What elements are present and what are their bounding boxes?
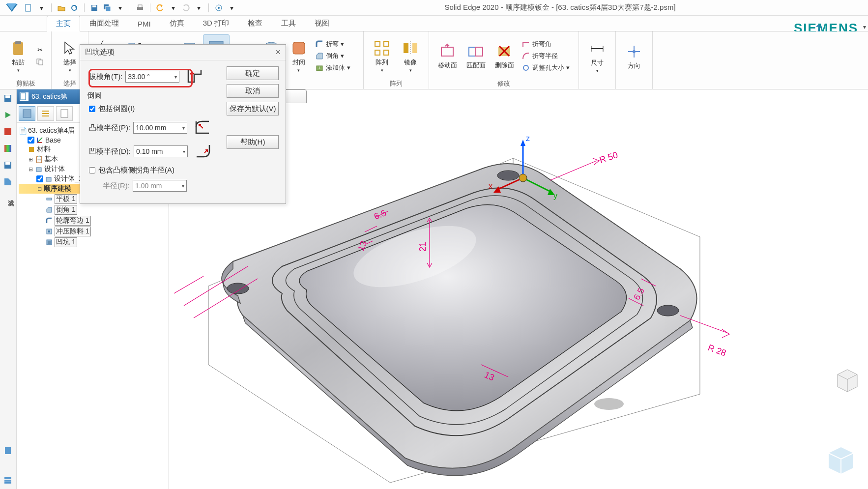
tab-tools[interactable]: 工具 <box>272 15 305 31</box>
tree-contour-flange[interactable]: 轮廓弯边 1 <box>19 215 167 226</box>
select-button[interactable]: 选择▾ <box>57 34 83 78</box>
tree-chamfer[interactable]: 倒角 1 <box>19 204 167 215</box>
svg-rect-68 <box>29 147 34 152</box>
qat-dropdown-icon[interactable]: ▾ <box>36 3 46 13</box>
match-face-button[interactable]: 匹配面 <box>463 34 489 78</box>
qat-new-icon[interactable] <box>24 3 33 13</box>
svg-point-43 <box>523 65 528 70</box>
dialog-savedefault-button[interactable]: 保存为默认(V) <box>227 102 279 115</box>
draft-angle-combo[interactable]: 33.00 °▾ <box>125 71 179 83</box>
tab-simulation[interactable]: 仿真 <box>160 15 194 31</box>
tab-view[interactable]: 视图 <box>305 15 339 31</box>
expand-icon[interactable]: ⊞ <box>28 156 33 163</box>
qat-dropdown-icon[interactable]: ▾ <box>115 3 125 13</box>
dialog-close-button[interactable]: × <box>275 47 281 58</box>
dialog-ok-button[interactable]: 确定 <box>227 66 279 80</box>
ribbon-group-orient: 方向 <box>616 31 653 89</box>
app-menu-icon[interactable] <box>4 0 20 16</box>
svg-rect-73 <box>48 230 50 232</box>
chamfer-button[interactable]: 倒角 ▾ <box>313 51 357 61</box>
tree-view-cube-icon[interactable] <box>19 106 35 121</box>
svg-text:z: z <box>526 134 530 143</box>
tab-pmi[interactable]: PMI <box>128 16 160 31</box>
sidebar-tag-icon[interactable] <box>1 175 15 189</box>
qat-redo-icon[interactable] <box>181 3 191 13</box>
sidebar-play-icon[interactable] <box>1 108 15 122</box>
die-radius-combo[interactable]: 0.10 mm▾ <box>134 145 188 157</box>
dialog-help-button[interactable]: 帮助(H) <box>227 135 279 149</box>
tree-view-sheet-icon[interactable] <box>56 106 73 121</box>
svg-text:y: y <box>553 192 557 200</box>
bend-button[interactable]: 折弯 ▾ <box>313 39 357 50</box>
quick-access-toolbar: ▾ ▾ ▾ ▾ ▾ <box>24 3 236 13</box>
move-face-button[interactable]: 移动面 <box>434 34 461 78</box>
delete-face-button[interactable]: 删除面 <box>491 34 518 78</box>
tab-surface[interactable]: 曲面处理 <box>80 15 128 31</box>
svg-rect-60 <box>23 110 31 117</box>
tree-punch[interactable]: 冲压除料 1 <box>19 226 167 237</box>
collapse-icon[interactable]: ⊟ <box>36 186 42 192</box>
mirror-button[interactable]: 镜像▾ <box>397 34 424 78</box>
bend-radius-button[interactable]: 折弯半径 <box>520 51 574 61</box>
copy-button[interactable] <box>33 57 46 67</box>
svg-rect-49 <box>5 95 10 98</box>
sidebar-gradient-icon[interactable] <box>1 142 15 155</box>
qat-touch-icon[interactable] <box>214 3 224 13</box>
view-cube[interactable] <box>833 365 862 394</box>
bend-angle-button[interactable]: 折弯角 <box>520 39 574 50</box>
resize-hole-button[interactable]: 调整孔大小 ▾ <box>520 62 574 73</box>
tab-3dprint[interactable]: 3D 打印 <box>194 15 238 31</box>
include-round-label: 包括倒圆(I) <box>98 104 135 114</box>
dialog-titlebar[interactable]: 凹坑选项 × <box>80 45 286 60</box>
svg-point-78 <box>497 171 519 180</box>
include-round-checkbox[interactable] <box>89 106 95 112</box>
dialog-cancel-button[interactable]: 取消 <box>227 84 279 98</box>
select-label: 选择 <box>63 58 76 67</box>
paste-button[interactable]: 粘贴▾ <box>5 34 31 78</box>
add-body-button[interactable]: +添加体 ▾ <box>313 62 357 73</box>
svg-rect-39 <box>476 47 483 56</box>
sidebar-layers-icon[interactable] <box>1 473 15 487</box>
ribbon-tabs: 主页 曲面处理 PMI 仿真 3D 打印 检查 工具 视图 <box>0 16 868 31</box>
sidebar-doc-icon[interactable] <box>1 444 15 458</box>
include-corner-radius-checkbox[interactable] <box>89 167 95 173</box>
tab-inspect[interactable]: 检查 <box>238 15 272 31</box>
qat-dropdown-icon[interactable]: ▾ <box>168 3 178 13</box>
tree-view-list-icon[interactable] <box>37 106 54 121</box>
corner-radius-combo[interactable]: 1.00 mm▾ <box>133 180 187 192</box>
svg-text:+: + <box>318 65 321 71</box>
svg-line-100 <box>174 276 203 293</box>
sidebar-red-icon[interactable] <box>1 125 15 139</box>
pattern-button[interactable]: 阵列▾ <box>369 34 395 78</box>
left-sidebar: 成本设计 <box>0 89 17 489</box>
qat-dropdown-icon[interactable]: ▾ <box>194 3 203 13</box>
cut-button[interactable]: ✂ <box>33 45 46 56</box>
svg-rect-52 <box>4 145 11 152</box>
collapse-icon[interactable]: ⊟ <box>28 166 33 173</box>
qat-open-icon[interactable] <box>57 3 66 13</box>
tree-tab-label[interactable]: 63. catics第 <box>31 92 67 101</box>
title-bar: ▾ ▾ ▾ ▾ ▾ Solid Edge 2020 - 顺序建模钣金 - [63… <box>0 0 868 16</box>
qat-print-icon[interactable] <box>135 3 145 13</box>
close-corner-button[interactable]: 封闭▾ <box>286 34 312 78</box>
svg-rect-34 <box>404 43 408 53</box>
qat-save-icon[interactable] <box>89 3 99 13</box>
ribbon-collapse-icon[interactable]: ▾ <box>863 24 866 30</box>
dimension-button[interactable]: 尺寸▾ <box>584 35 610 78</box>
punch-radius-combo[interactable]: 10.00 mm▾ <box>133 122 187 134</box>
qat-dropdown-icon[interactable]: ▾ <box>227 3 236 13</box>
sidebar-save-icon[interactable] <box>1 91 15 105</box>
tree-dimple[interactable]: 凹坑 1 <box>19 237 167 248</box>
sidebar-save2-icon[interactable] <box>1 158 15 172</box>
svg-rect-33 <box>384 50 389 55</box>
qat-saveall-icon[interactable] <box>102 3 112 13</box>
qat-refresh-icon[interactable] <box>69 3 79 13</box>
tab-home[interactable]: 主页 <box>47 16 80 31</box>
svg-text:R 28: R 28 <box>707 343 728 358</box>
qat-undo-icon[interactable] <box>155 3 165 13</box>
watermark-icon <box>819 438 863 484</box>
svg-rect-56 <box>4 477 11 479</box>
svg-rect-54 <box>5 162 10 165</box>
orient-button[interactable]: 方向 <box>621 35 647 78</box>
include-corner-radius-label: 包含凸模侧拐角半径(A) <box>98 166 174 175</box>
